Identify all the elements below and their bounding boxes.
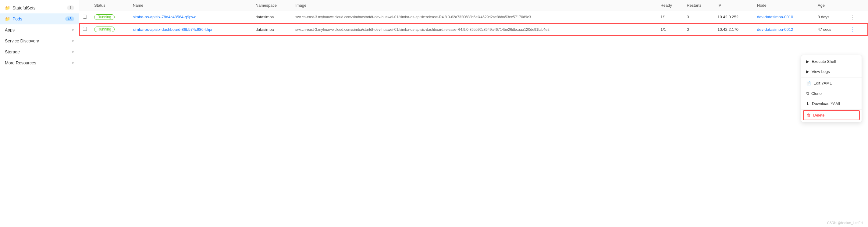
row-checkbox-cell	[79, 23, 91, 36]
row-more-button[interactable]: ⋮	[847, 13, 857, 21]
sidebar-item-label: Storage	[5, 50, 20, 54]
folder-blue-icon: 📁	[5, 17, 10, 21]
table-container: Status Name Namespace Image Ready Restar…	[79, 0, 868, 227]
node-link[interactable]: dev-datasimba-0010	[757, 15, 793, 19]
table-row: Running simba-os-apisix-78d4c48564-q9pwq…	[79, 11, 868, 24]
status-cell: Running	[91, 23, 129, 36]
execute-shell-label: Execute Shell	[812, 59, 836, 64]
namespace-cell: datasimba	[252, 23, 292, 36]
edit-yaml-menu-item[interactable]: 📄 Edit YAML	[801, 78, 862, 88]
actions-cell: ⋮	[843, 11, 868, 24]
menu-divider	[801, 77, 862, 78]
delete-icon: 🗑	[807, 113, 811, 117]
image-text: swr.cn-east-3.myhuaweicloud.com/simba/st…	[295, 15, 531, 19]
sidebar-item-service-discovery[interactable]: Service Discovery ∨	[0, 35, 79, 46]
download-yaml-icon: ⬇	[806, 101, 809, 106]
folder-icon: 📁	[5, 5, 10, 10]
sidebar-item-more-resources[interactable]: More Resources ∨	[0, 57, 79, 68]
table-row: Running simba-os-apisix-dashboard-86b574…	[79, 23, 868, 36]
status-cell: Running	[91, 11, 129, 24]
ready-cell: 1/1	[657, 11, 683, 24]
execute-shell-menu-item[interactable]: ▶ Execute Shell	[801, 56, 862, 66]
clone-icon: ⧉	[806, 91, 809, 96]
col-node: Node	[753, 0, 814, 11]
col-ip: IP	[714, 0, 753, 11]
context-menu: ▶ Execute Shell ▶ View Logs 📄 Edit YAML …	[801, 55, 862, 122]
age-cell: 47 secs	[814, 23, 843, 36]
sidebar-item-label: Service Discovery	[5, 38, 39, 43]
execute-shell-icon: ▶	[806, 59, 809, 64]
pod-name-link[interactable]: simba-os-apisix-78d4c48564-q9pwq	[133, 15, 196, 19]
main-content: Status Name Namespace Image Ready Restar…	[79, 0, 868, 227]
actions-cell: ⋮	[843, 23, 868, 36]
chevron-down-icon: ∨	[72, 61, 74, 65]
col-checkbox	[79, 0, 91, 11]
col-age: Age	[814, 0, 843, 11]
status-badge: Running	[94, 15, 115, 20]
col-image: Image	[292, 0, 657, 11]
ip-cell: 10.42.2.170	[714, 23, 753, 36]
col-restarts: Restarts	[683, 0, 714, 11]
image-text: swr.cn-east-3.myhuaweicloud.com/simba/st…	[295, 27, 550, 32]
view-logs-icon: ▶	[806, 69, 809, 74]
col-name: Name	[129, 0, 252, 11]
name-cell: simba-os-apisix-78d4c48564-q9pwq	[129, 11, 252, 24]
chevron-down-icon: ∨	[72, 39, 74, 43]
node-link[interactable]: dev-datasimba-0012	[757, 27, 793, 32]
chevron-down-icon: ∨	[72, 28, 74, 32]
sidebar-item-label: Pods	[12, 17, 22, 21]
restarts-cell: 0	[683, 11, 714, 24]
pods-count: 45	[65, 17, 74, 21]
image-cell: swr.cn-east-3.myhuaweicloud.com/simba/st…	[292, 23, 657, 36]
node-cell: dev-datasimba-0010	[753, 11, 814, 24]
menu-divider	[801, 109, 862, 110]
status-badge: Running	[94, 27, 115, 32]
node-cell: dev-datasimba-0012	[753, 23, 814, 36]
restarts-cell: 0	[683, 23, 714, 36]
sidebar-item-statefulsets[interactable]: 📁 StatefulSets 1	[0, 2, 79, 13]
row-checkbox[interactable]	[83, 15, 87, 19]
clone-menu-item[interactable]: ⧉ Clone	[801, 88, 862, 98]
age-cell: 8 days	[814, 11, 843, 24]
sidebar-item-storage[interactable]: Storage ∨	[0, 46, 79, 57]
col-ready: Ready	[657, 0, 683, 11]
pods-table: Status Name Namespace Image Ready Restar…	[79, 0, 868, 36]
ip-cell: 10.42.0.252	[714, 11, 753, 24]
edit-yaml-label: Edit YAML	[813, 81, 832, 85]
download-yaml-menu-item[interactable]: ⬇ Download YAML	[801, 98, 862, 109]
col-status: Status	[91, 0, 129, 11]
sidebar-item-pods[interactable]: 📁 Pods 45	[0, 13, 79, 24]
delete-label: Delete	[813, 113, 825, 117]
row-more-button[interactable]: ⋮	[847, 25, 857, 34]
image-cell: swr.cn-east-3.myhuaweicloud.com/simba/st…	[292, 11, 657, 24]
row-checkbox[interactable]	[83, 27, 87, 31]
sidebar-item-label: More Resources	[5, 60, 36, 65]
name-cell: simba-os-apisix-dashboard-86b574c986-lth…	[129, 23, 252, 36]
row-checkbox-cell	[79, 11, 91, 24]
sidebar-item-label: StatefulSets	[12, 5, 36, 10]
footer-watermark: CSDN @hacker_LeeFei	[827, 221, 863, 225]
view-logs-menu-item[interactable]: ▶ View Logs	[801, 66, 862, 77]
ready-cell: 1/1	[657, 23, 683, 36]
sidebar-item-label: Apps	[5, 27, 14, 32]
sidebar: 📁 StatefulSets 1 📁 Pods 45 Apps ∨ Servic…	[0, 0, 79, 227]
col-actions	[843, 0, 868, 11]
download-yaml-label: Download YAML	[812, 101, 841, 106]
sidebar-item-apps[interactable]: Apps ∨	[0, 24, 79, 35]
namespace-cell: datasimba	[252, 11, 292, 24]
col-namespace: Namespace	[252, 0, 292, 11]
delete-menu-item[interactable]: 🗑 Delete	[803, 110, 860, 120]
pod-name-link[interactable]: simba-os-apisix-dashboard-86b574c986-lth…	[133, 27, 214, 32]
edit-yaml-icon: 📄	[806, 81, 811, 85]
view-logs-label: View Logs	[812, 69, 830, 74]
statefulsets-count: 1	[67, 5, 74, 10]
chevron-down-icon: ∨	[72, 50, 74, 54]
clone-label: Clone	[811, 91, 822, 96]
